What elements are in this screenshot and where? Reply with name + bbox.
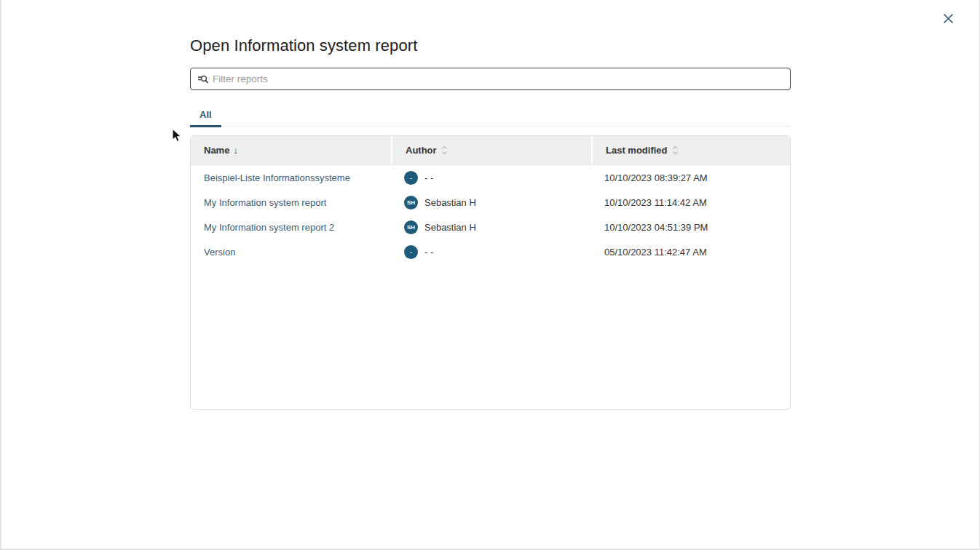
table-row[interactable]: My Information system reportSHSebastian … — [191, 190, 790, 215]
report-name-link[interactable]: Version — [204, 247, 235, 258]
report-tabs: All — [190, 102, 791, 127]
author-avatar: SH — [404, 220, 418, 234]
author-cell: -- - — [391, 245, 591, 259]
filter-reports-box[interactable] — [190, 68, 791, 90]
reports-table-header: Name ↓ Author Last modified — [191, 136, 790, 165]
column-header-last-modified-label: Last modified — [606, 145, 668, 156]
dialog-title: Open Information system report — [190, 36, 791, 55]
last-modified-cell: 10/10/2023 08:39:27 AM — [591, 172, 790, 183]
sort-toggle-icon — [441, 146, 448, 155]
column-header-author[interactable]: Author — [391, 136, 591, 164]
report-name-link[interactable]: My Information system report — [204, 197, 326, 208]
table-row[interactable]: My Information system report 2SHSebastia… — [191, 215, 790, 239]
sort-descending-icon: ↓ — [233, 145, 238, 156]
author-cell: -- - — [391, 171, 591, 185]
author-avatar: - — [404, 171, 418, 185]
author-name: - - — [424, 247, 433, 258]
close-button[interactable] — [940, 12, 956, 28]
tab-all-label: All — [199, 109, 212, 120]
author-name: Sebastian H — [424, 222, 476, 233]
last-modified-cell: 10/10/2023 04:51:39 PM — [591, 222, 790, 233]
column-header-name-label: Name — [204, 145, 229, 156]
mouse-cursor — [172, 128, 184, 147]
author-cell: SHSebastian H — [391, 220, 591, 234]
last-modified-cell: 05/10/2023 11:42:47 AM — [591, 247, 790, 258]
column-header-name[interactable]: Name ↓ — [191, 136, 391, 164]
column-header-author-label: Author — [406, 145, 437, 156]
report-name-link[interactable]: Beispiel-Liste Informationssysteme — [204, 172, 350, 183]
filter-reports-input[interactable] — [213, 73, 783, 84]
author-cell: SHSebastian H — [391, 196, 591, 210]
filter-search-icon — [197, 74, 208, 84]
author-name: Sebastian H — [424, 197, 476, 208]
tab-all[interactable]: All — [190, 102, 221, 127]
author-avatar: SH — [404, 196, 418, 210]
report-name-cell: My Information system report 2 — [191, 222, 391, 233]
author-name: - - — [424, 172, 433, 183]
reports-table: Name ↓ Author Last modified — [190, 135, 791, 410]
open-report-dialog: Open Information system report All Name … — [190, 36, 791, 410]
report-name-link[interactable]: My Information system report 2 — [204, 222, 334, 233]
table-row[interactable]: Version-- -05/10/2023 11:42:47 AM — [191, 239, 790, 264]
last-modified-cell: 10/10/2023 11:14:42 AM — [591, 197, 790, 208]
report-name-cell: Version — [191, 247, 391, 258]
column-header-last-modified[interactable]: Last modified — [591, 136, 790, 164]
report-name-cell: Beispiel-Liste Informationssysteme — [191, 172, 391, 183]
sort-toggle-icon — [672, 146, 679, 155]
reports-table-body: Beispiel-Liste Informationssysteme-- -10… — [191, 165, 790, 264]
close-icon — [943, 13, 954, 27]
table-row[interactable]: Beispiel-Liste Informationssysteme-- -10… — [191, 165, 790, 190]
author-avatar: - — [404, 245, 418, 259]
report-name-cell: My Information system report — [191, 197, 391, 208]
